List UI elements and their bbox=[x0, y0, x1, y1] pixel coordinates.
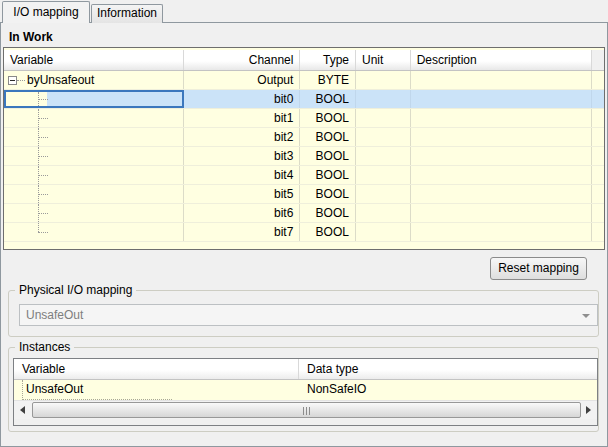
description-cell[interactable] bbox=[411, 90, 592, 108]
description-cell[interactable] bbox=[411, 204, 592, 222]
type-cell[interactable]: BYTE bbox=[300, 71, 356, 89]
channel-cell[interactable]: bit0 bbox=[184, 90, 300, 108]
table-row[interactable]: bit7 BOOL bbox=[4, 223, 604, 242]
description-cell[interactable] bbox=[411, 128, 592, 146]
collapse-icon[interactable] bbox=[8, 76, 17, 85]
variable-cell[interactable] bbox=[4, 166, 184, 184]
unit-cell[interactable] bbox=[356, 128, 411, 146]
column-header-unit[interactable]: Unit bbox=[356, 50, 411, 70]
variable-cell[interactable] bbox=[4, 147, 184, 165]
unit-cell[interactable] bbox=[356, 204, 411, 222]
table-row[interactable]: bit1 BOOL bbox=[4, 109, 604, 128]
tree-line-icon bbox=[38, 223, 39, 232]
instance-variable-cell[interactable]: UnsafeOut bbox=[14, 380, 299, 400]
instance-variable-value: UnsafeOut bbox=[22, 380, 172, 400]
io-mapping-panel: I/O mapping Information In Work Variable… bbox=[0, 0, 608, 447]
unit-cell[interactable] bbox=[356, 166, 411, 184]
variable-cell[interactable]: byUnsafeout bbox=[4, 71, 184, 89]
variable-cell[interactable] bbox=[4, 109, 184, 127]
unit-cell[interactable] bbox=[356, 185, 411, 203]
description-cell[interactable] bbox=[411, 71, 592, 89]
instances-label: Instances bbox=[15, 340, 74, 354]
scroll-left-button[interactable] bbox=[14, 401, 31, 419]
scroll-right-button[interactable] bbox=[580, 401, 597, 419]
column-header-channel[interactable]: Channel bbox=[184, 50, 300, 70]
type-cell[interactable]: BOOL bbox=[300, 147, 356, 165]
column-header-type[interactable]: Type bbox=[300, 50, 356, 70]
description-cell[interactable] bbox=[411, 166, 592, 184]
table-row[interactable]: bit5 BOOL bbox=[4, 185, 604, 204]
unit-cell[interactable] bbox=[356, 71, 411, 89]
physical-io-mapping-group: Physical I/O mapping UnsafeOut bbox=[8, 290, 599, 337]
filler-cell bbox=[592, 185, 604, 203]
physical-io-mapping-dropdown[interactable]: UnsafeOut bbox=[19, 304, 598, 326]
tree-branch-icon bbox=[38, 99, 48, 100]
description-cell[interactable] bbox=[411, 109, 592, 127]
tree-branch-icon bbox=[38, 232, 48, 233]
type-cell[interactable]: BOOL bbox=[300, 223, 356, 241]
channel-cell[interactable]: Output bbox=[184, 71, 300, 89]
table-row[interactable]: bit4 BOOL bbox=[4, 166, 604, 185]
scrollbar-thumb[interactable] bbox=[32, 402, 581, 418]
instances-table: Variable Data type UnsafeOut NonSafeIO bbox=[13, 358, 598, 426]
variable-cell-focused[interactable] bbox=[4, 90, 184, 108]
channel-cell[interactable]: bit1 bbox=[184, 109, 300, 127]
variable-cell[interactable] bbox=[4, 223, 184, 241]
column-header-description[interactable]: Description bbox=[411, 50, 592, 70]
variable-cell[interactable] bbox=[4, 204, 184, 222]
type-cell[interactable]: BOOL bbox=[300, 128, 356, 146]
column-header-variable[interactable]: Variable bbox=[14, 359, 299, 379]
tree-connector bbox=[17, 80, 25, 81]
arrow-right-icon bbox=[586, 406, 591, 414]
filler-cell bbox=[592, 109, 604, 127]
instance-data-type-cell[interactable]: NonSafeIO bbox=[299, 380, 597, 400]
channel-cell[interactable]: bit5 bbox=[184, 185, 300, 203]
channel-cell[interactable]: bit4 bbox=[184, 166, 300, 184]
channel-cell[interactable]: bit3 bbox=[184, 147, 300, 165]
table-row-selected[interactable]: bit0 BOOL bbox=[4, 90, 604, 109]
arrow-left-icon bbox=[20, 406, 25, 414]
unit-cell[interactable] bbox=[356, 147, 411, 165]
table-row[interactable]: bit2 BOOL bbox=[4, 128, 604, 147]
channel-cell[interactable]: bit6 bbox=[184, 204, 300, 222]
table-row[interactable]: byUnsafeout Output BYTE bbox=[4, 71, 604, 90]
filler-cell bbox=[592, 166, 604, 184]
variable-cell[interactable] bbox=[4, 128, 184, 146]
table-row[interactable]: bit3 BOOL bbox=[4, 147, 604, 166]
unit-cell[interactable] bbox=[356, 90, 411, 108]
type-cell[interactable]: BOOL bbox=[300, 204, 356, 222]
filler-cell bbox=[592, 204, 604, 222]
filler-cell bbox=[592, 71, 604, 89]
tab-io-mapping[interactable]: I/O mapping bbox=[2, 1, 90, 23]
tree-branch-icon bbox=[38, 118, 48, 119]
unit-cell[interactable] bbox=[356, 223, 411, 241]
channel-cell[interactable]: bit7 bbox=[184, 223, 300, 241]
instances-group: Instances Variable Data type UnsafeOut N… bbox=[8, 347, 599, 432]
chevron-down-icon bbox=[582, 314, 590, 318]
filler-cell bbox=[592, 223, 604, 241]
instances-header-row: Variable Data type bbox=[14, 359, 597, 380]
description-cell[interactable] bbox=[411, 185, 592, 203]
column-header-data-type[interactable]: Data type bbox=[299, 359, 597, 379]
type-cell[interactable]: BOOL bbox=[300, 90, 356, 108]
tab-information[interactable]: Information bbox=[91, 4, 163, 23]
mapping-grid: Variable Channel Type Unit Description b… bbox=[3, 47, 605, 250]
column-header-variable[interactable]: Variable bbox=[4, 50, 184, 70]
type-cell[interactable]: BOOL bbox=[300, 185, 356, 203]
section-title: In Work bbox=[9, 30, 53, 44]
type-cell[interactable]: BOOL bbox=[300, 109, 356, 127]
description-cell[interactable] bbox=[411, 147, 592, 165]
type-cell[interactable]: BOOL bbox=[300, 166, 356, 184]
filler-cell bbox=[592, 90, 604, 108]
horizontal-scrollbar[interactable] bbox=[14, 400, 597, 419]
description-cell[interactable] bbox=[411, 223, 592, 241]
variable-name: byUnsafeout bbox=[27, 71, 94, 89]
dropdown-value: UnsafeOut bbox=[26, 308, 83, 322]
table-row[interactable]: bit6 BOOL bbox=[4, 204, 604, 223]
reset-mapping-button[interactable]: Reset mapping bbox=[490, 257, 587, 280]
instances-row[interactable]: UnsafeOut NonSafeIO bbox=[14, 380, 597, 400]
channel-cell[interactable]: bit2 bbox=[184, 128, 300, 146]
tree-branch-icon bbox=[38, 175, 48, 176]
unit-cell[interactable] bbox=[356, 109, 411, 127]
variable-cell[interactable] bbox=[4, 185, 184, 203]
